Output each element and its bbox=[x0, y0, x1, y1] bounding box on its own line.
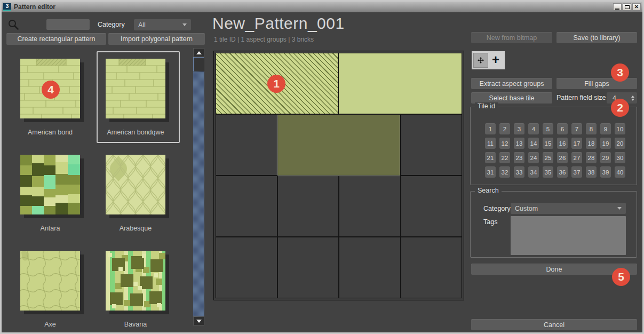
tile-id-5[interactable]: 5 bbox=[543, 123, 553, 134]
tile-id-32[interactable]: 32 bbox=[499, 166, 510, 178]
search-input[interactable] bbox=[46, 19, 90, 30]
pattern-editor-window: 3 Pattern editor ✕ Category All Create r… bbox=[0, 0, 644, 334]
tile-id-11[interactable]: 11 bbox=[485, 138, 496, 149]
tile-solid[interactable] bbox=[339, 53, 462, 115]
tile-id-29[interactable]: 29 bbox=[600, 152, 611, 163]
pattern-name: Bavaria bbox=[124, 321, 147, 328]
pattern-thumb-arabesque[interactable]: Arabesque bbox=[106, 155, 165, 214]
extract-aspect-groups-button[interactable]: Extract aspect groups bbox=[471, 78, 552, 89]
tile-id-25[interactable]: 25 bbox=[543, 152, 553, 163]
tool-move[interactable] bbox=[473, 53, 488, 68]
cancel-button[interactable]: Cancel bbox=[471, 319, 637, 330]
category-dropdown[interactable]: All bbox=[134, 19, 191, 30]
client-area: Category All Create rectangular pattern … bbox=[2, 12, 642, 332]
tile-id-30[interactable]: 30 bbox=[615, 152, 625, 163]
create-rectangular-pattern-button[interactable]: Create rectangular pattern bbox=[6, 33, 106, 45]
tile-base[interactable] bbox=[277, 115, 400, 176]
search-category-dropdown[interactable]: Custom bbox=[511, 203, 626, 214]
tile-id-6[interactable]: 6 bbox=[557, 123, 568, 134]
close-button[interactable]: ✕ bbox=[632, 3, 641, 11]
search-icon bbox=[7, 19, 20, 31]
pattern-thumb-american-bond[interactable]: American bond bbox=[20, 59, 80, 118]
pattern-thumb-american-bondqwe[interactable]: American bondqwe bbox=[106, 59, 165, 118]
scrollbar-thumb[interactable] bbox=[193, 57, 204, 71]
tile-id-28[interactable]: 28 bbox=[586, 152, 597, 163]
tile-id-10[interactable]: 10 bbox=[615, 123, 625, 134]
tags-label: Tags bbox=[483, 218, 497, 226]
maximize-button[interactable] bbox=[623, 3, 631, 11]
tile-id-21[interactable]: 21 bbox=[485, 152, 496, 163]
fill-gaps-button[interactable]: Fill gaps bbox=[556, 78, 637, 89]
tile-id-group-title: Tile id bbox=[475, 102, 498, 110]
tile-hatched[interactable] bbox=[216, 53, 339, 115]
minimize-button[interactable] bbox=[613, 3, 622, 11]
tile-id-26[interactable]: 26 bbox=[557, 152, 568, 163]
tile-id-4[interactable]: 4 bbox=[528, 123, 539, 134]
tile-id-38[interactable]: 38 bbox=[586, 166, 597, 178]
scrollbar-track[interactable] bbox=[193, 57, 204, 316]
save-to-library-button[interactable]: Save (to library) bbox=[556, 32, 637, 43]
tile-id-18[interactable]: 18 bbox=[586, 138, 597, 149]
tile-id-3[interactable]: 3 bbox=[514, 123, 524, 134]
pattern-name: Arabesque bbox=[120, 225, 152, 232]
tile-id-20[interactable]: 20 bbox=[615, 138, 625, 149]
pattern-canvas[interactable] bbox=[213, 51, 464, 300]
tile-id-19[interactable]: 19 bbox=[600, 138, 611, 149]
tile-id-2[interactable]: 2 bbox=[499, 123, 510, 134]
canvas-toolbox: + bbox=[472, 51, 505, 69]
pattern-field-size-spinner[interactable]: 4 bbox=[607, 92, 637, 104]
tile-id-16[interactable]: 16 bbox=[557, 138, 568, 149]
pattern-thumb-antara[interactable]: Antara bbox=[20, 155, 80, 214]
pattern-field-size-label: Pattern field size bbox=[556, 94, 606, 101]
chevron-down-icon bbox=[617, 207, 622, 210]
tile-id-9[interactable]: 9 bbox=[600, 123, 611, 134]
pattern-stats: 1 tile ID | 1 aspect groups | 3 bricks bbox=[214, 36, 314, 43]
tile-id-39[interactable]: 39 bbox=[600, 166, 611, 178]
scroll-down-button[interactable] bbox=[193, 316, 204, 325]
tile-id-17[interactable]: 17 bbox=[571, 138, 582, 149]
pattern-thumb-axe[interactable]: Axe bbox=[20, 251, 80, 311]
tile-id-23[interactable]: 23 bbox=[514, 152, 524, 163]
tile-id-22[interactable]: 22 bbox=[499, 152, 510, 163]
tile-id-12[interactable]: 12 bbox=[499, 138, 510, 149]
tool-add[interactable]: + bbox=[488, 53, 503, 68]
brick-pattern-image bbox=[20, 59, 80, 118]
plus-icon: + bbox=[492, 53, 499, 66]
titlebar[interactable]: 3 Pattern editor ✕ bbox=[2, 2, 642, 12]
tile-id-27[interactable]: 27 bbox=[571, 152, 582, 163]
close-icon: ✕ bbox=[634, 4, 639, 10]
tile-id-35[interactable]: 35 bbox=[543, 166, 553, 178]
tile-id-1[interactable]: 1 bbox=[485, 123, 496, 134]
tile-id-33[interactable]: 33 bbox=[514, 166, 524, 178]
app-icon: 3 bbox=[3, 3, 11, 11]
scroll-up-button[interactable] bbox=[193, 48, 204, 57]
arrow-down-icon bbox=[196, 320, 202, 323]
new-from-bitmap-button[interactable]: New from bitmap bbox=[471, 32, 552, 43]
search-group-title: Search bbox=[475, 187, 502, 194]
import-polygonal-pattern-button[interactable]: Import polygonal pattern bbox=[108, 33, 205, 45]
library-scrollbar[interactable] bbox=[193, 48, 204, 325]
tile-id-37[interactable]: 37 bbox=[571, 166, 582, 178]
brick-pattern-image bbox=[106, 59, 165, 118]
tile-id-8[interactable]: 8 bbox=[586, 123, 597, 134]
tile-id-7[interactable]: 7 bbox=[571, 123, 582, 134]
tile-id-13[interactable]: 13 bbox=[514, 138, 524, 149]
select-base-tile-button[interactable]: Select base tile bbox=[471, 92, 552, 104]
tile-id-40[interactable]: 40 bbox=[615, 166, 625, 178]
done-button[interactable]: Done bbox=[471, 264, 637, 275]
tile-id-34[interactable]: 34 bbox=[528, 166, 539, 178]
tile-id-36[interactable]: 36 bbox=[557, 166, 568, 178]
tile-id-15[interactable]: 15 bbox=[543, 138, 553, 149]
spinner-arrows-icon[interactable] bbox=[631, 96, 634, 101]
pattern-field-size-value: 4 bbox=[613, 94, 616, 102]
canvas-tiles bbox=[216, 53, 462, 298]
pattern-thumb-bavaria[interactable]: Bavaria bbox=[106, 251, 165, 311]
tags-textarea[interactable] bbox=[511, 216, 626, 255]
chevron-down-icon bbox=[182, 23, 187, 26]
tile-id-24[interactable]: 24 bbox=[528, 152, 539, 163]
minimize-icon bbox=[615, 9, 619, 10]
search-category-value: Custom bbox=[515, 205, 538, 212]
search-group: Search Category Custom Tags bbox=[470, 191, 637, 258]
tile-id-31[interactable]: 31 bbox=[485, 166, 496, 178]
tile-id-14[interactable]: 14 bbox=[528, 138, 539, 149]
